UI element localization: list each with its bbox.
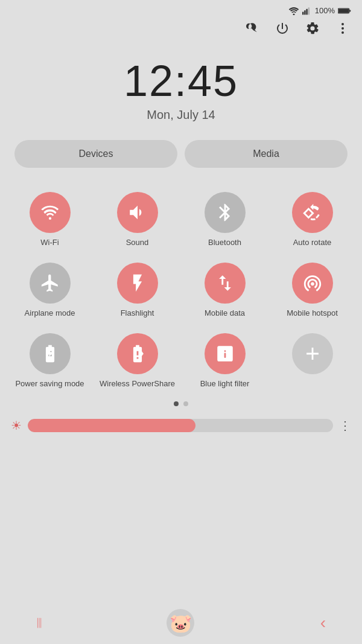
nav-home-button[interactable]: 🐷 xyxy=(167,609,194,637)
bottom-nav: ⦀ 🐷 ‹ xyxy=(0,602,362,644)
status-icons: 100% xyxy=(288,6,351,15)
tab-devices[interactable]: Devices xyxy=(14,140,177,168)
qs-airplane-label: Airplane mode xyxy=(25,308,75,319)
qs-bluetooth-label: Bluetooth xyxy=(208,238,241,248)
status-bar: 100% xyxy=(0,0,362,18)
qs-bluetooth[interactable]: Bluetooth xyxy=(181,186,268,257)
tab-media[interactable]: Media xyxy=(185,140,348,168)
brightness-sun-icon: ☀ xyxy=(11,418,22,433)
more-button[interactable] xyxy=(335,21,350,38)
svg-point-11 xyxy=(48,217,51,220)
brightness-track[interactable] xyxy=(28,419,333,432)
qs-airplane[interactable]: Airplane mode xyxy=(6,257,94,327)
brightness-row: ☀ ⋮ xyxy=(11,418,351,433)
clock-time: 12:45 xyxy=(0,56,362,106)
svg-rect-7 xyxy=(349,10,351,11)
svg-rect-3 xyxy=(306,8,307,14)
qs-wirelesspowershare[interactable]: Wireless PowerShare xyxy=(94,327,181,398)
qs-mobiledata-label: Mobile data xyxy=(205,308,245,319)
qs-wifi[interactable]: Wi-Fi xyxy=(6,186,94,257)
svg-point-8 xyxy=(341,23,344,25)
qs-wifi-circle xyxy=(30,192,71,233)
qs-autorotate[interactable]: Auto rotate xyxy=(268,186,356,257)
qs-sound-label: Sound xyxy=(126,238,149,248)
svg-point-10 xyxy=(341,31,344,34)
brightness-fill xyxy=(28,419,195,432)
qs-flashlight-circle xyxy=(117,263,158,304)
brightness-more-icon[interactable]: ⋮ xyxy=(339,418,351,433)
qs-powersaving-circle xyxy=(30,333,71,374)
quick-settings-grid: Wi-Fi Sound Bluetooth Auto rotate Airpla… xyxy=(0,180,362,398)
page-dots xyxy=(0,398,362,415)
qs-wirelesspowershare-circle xyxy=(117,333,158,374)
qs-flashlight-label: Flashlight xyxy=(121,308,154,319)
qs-mobilehotspot-circle xyxy=(292,263,333,304)
top-actions xyxy=(0,18,362,44)
nav-recents-button[interactable]: ⦀ xyxy=(36,614,41,631)
qs-airplane-circle xyxy=(30,263,71,304)
power-button[interactable] xyxy=(275,21,290,38)
svg-rect-4 xyxy=(308,7,309,14)
qs-autorotate-label: Auto rotate xyxy=(293,238,332,248)
qs-add[interactable] xyxy=(268,327,356,398)
qs-bluelightfilter-circle xyxy=(205,333,246,374)
tab-row: Devices Media xyxy=(0,140,362,180)
qs-autorotate-circle xyxy=(292,192,333,233)
qs-powersaving[interactable]: Power saving mode xyxy=(6,327,94,398)
qs-wirelesspowershare-label: Wireless PowerShare xyxy=(100,379,175,389)
clock-section: 12:45 Mon, July 14 xyxy=(0,44,362,140)
svg-rect-2 xyxy=(304,10,305,14)
svg-rect-1 xyxy=(302,11,303,14)
dot-2 xyxy=(183,401,188,406)
qs-sound[interactable]: Sound xyxy=(94,186,181,257)
qs-bluelightfilter-label: Blue light filter xyxy=(200,379,250,389)
qs-mobilehotspot[interactable]: Mobile hotspot xyxy=(268,257,356,327)
wifi-status-icon xyxy=(288,7,299,15)
search-button[interactable] xyxy=(245,21,259,38)
svg-point-0 xyxy=(293,13,294,15)
qs-wifi-label: Wi-Fi xyxy=(40,238,59,248)
settings-button[interactable] xyxy=(305,21,320,38)
signal-icon xyxy=(302,7,312,15)
battery-icon xyxy=(338,7,351,14)
qs-powersaving-label: Power saving mode xyxy=(15,379,84,389)
qs-bluetooth-circle xyxy=(205,192,246,233)
clock-date: Mon, July 14 xyxy=(0,108,362,122)
battery-text: 100% xyxy=(315,6,335,15)
dot-1 xyxy=(174,401,179,406)
qs-flashlight[interactable]: Flashlight xyxy=(94,257,181,327)
qs-bluelightfilter[interactable]: Blue light filter xyxy=(181,327,268,398)
qs-sound-circle xyxy=(117,192,158,233)
qs-mobilehotspot-label: Mobile hotspot xyxy=(287,308,338,319)
qs-mobiledata[interactable]: Mobile data xyxy=(181,257,268,327)
nav-back-button[interactable]: ‹ xyxy=(320,613,326,633)
qs-add-circle xyxy=(292,333,333,374)
svg-point-9 xyxy=(341,27,344,30)
qs-mobiledata-circle xyxy=(205,263,246,304)
svg-rect-6 xyxy=(338,8,349,12)
